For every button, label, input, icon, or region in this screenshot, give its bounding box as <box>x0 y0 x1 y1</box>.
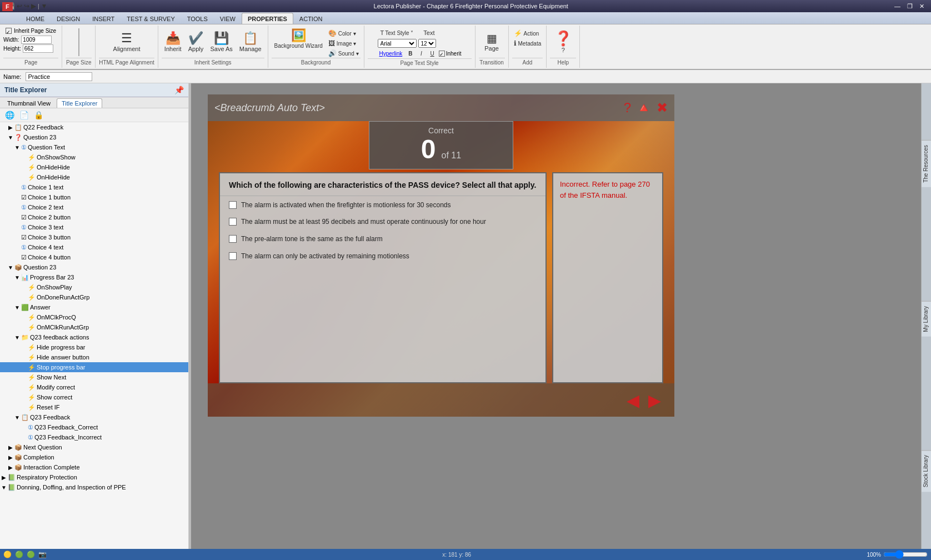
inherit-btn[interactable]: 📥 Inherit <box>162 31 184 54</box>
color-btn[interactable]: 🎨 Color ▾ <box>327 29 361 38</box>
tree-node-question-23b[interactable]: ▼📦Question 23 <box>0 262 188 272</box>
background-wizard-btn[interactable]: 🖼️ Background Wizard <box>272 28 326 51</box>
tree-node-on-hide-hide2[interactable]: ⚡OnHideHide <box>0 172 188 182</box>
tab-properties[interactable]: PROPERTIES <box>242 13 293 24</box>
slide-canvas: <Breadcrumb Auto Text> ? 🔺 ✖ Correct 0 o… <box>208 94 674 417</box>
metadata-btn[interactable]: ℹ Metadata <box>512 39 543 48</box>
hyperlink-btn[interactable]: Hyperlink <box>378 50 404 57</box>
tree-node-choice-4-button[interactable]: ☑Choice 4 button <box>0 252 188 262</box>
file-btn[interactable]: F <box>2 2 13 11</box>
redo-btn[interactable]: ↪ <box>24 2 29 10</box>
page-transition-btn[interactable]: ▦ Page <box>481 31 502 53</box>
tree-node-reset-if[interactable]: ⚡Reset IF <box>0 402 188 412</box>
italic-btn[interactable]: I <box>417 49 426 58</box>
exp-tool-3[interactable]: 🔒 <box>32 110 45 120</box>
choice-checkbox-2[interactable] <box>229 218 237 226</box>
apply-btn[interactable]: ✔️ Apply <box>185 31 206 54</box>
tree-node-question-text[interactable]: ▼①Question Text <box>0 142 188 152</box>
minimize-btn[interactable]: — <box>892 3 903 10</box>
window-controls[interactable]: — ❐ ✕ <box>892 3 927 10</box>
tree-node-progress-bar-23[interactable]: ▼📊Progress Bar 23 <box>0 272 188 282</box>
tree-node-q22-feedback[interactable]: ▶📋Q22 Feedback <box>0 122 188 132</box>
help-btn[interactable]: ❓ ? <box>552 29 575 55</box>
stock-library-tab[interactable]: Stock Library <box>922 450 932 492</box>
title-explorer-tab[interactable]: Title Explorer <box>57 98 102 108</box>
tree-node-choice-2-button[interactable]: ☑Choice 2 button <box>0 212 188 222</box>
tree-node-interaction-complete[interactable]: ▶📦Interaction Complete <box>0 462 188 472</box>
tree-node-q23-feedback-correct[interactable]: ①Q23 Feedback_Correct <box>0 422 188 432</box>
name-input[interactable] <box>26 72 92 81</box>
maximize-btn[interactable]: ❐ <box>905 3 915 10</box>
next-nav-btn[interactable]: ▶ <box>648 391 661 410</box>
text-style-btn[interactable]: T Text Style ˅ <box>378 28 417 38</box>
tree-node-q23-feedback-actions[interactable]: ▼📁Q23 feedback actions <box>0 332 188 342</box>
tree-node-modify-correct[interactable]: ⚡Modify correct <box>0 382 188 392</box>
run-btn[interactable]: ▶ <box>31 2 36 10</box>
help-icon[interactable]: ? <box>624 100 631 116</box>
action-btn[interactable]: ⚡ Action <box>512 29 541 38</box>
save-as-btn[interactable]: 💾 Save As <box>207 31 235 54</box>
tree-node-hide-progress-bar[interactable]: ⚡Hide progress bar <box>0 342 188 352</box>
menu-btn[interactable]: ▼ <box>41 2 48 10</box>
tree-node-on-mclk-run-act-grp[interactable]: ⚡OnMClkRunActGrp <box>0 322 188 332</box>
tree-node-on-done-run-act-grp[interactable]: ⚡OnDoneRunActGrp <box>0 292 188 302</box>
tab-action[interactable]: ACTION <box>293 13 329 24</box>
alignment-btn[interactable]: ☰ Alignment <box>111 31 143 54</box>
exp-tool-2[interactable]: 📄 <box>18 110 31 120</box>
width-input[interactable] <box>21 36 52 44</box>
close-slide-icon[interactable]: ✖ <box>657 100 668 116</box>
tree-node-on-show-show[interactable]: ⚡OnShowShow <box>0 152 188 162</box>
choice-checkbox-3[interactable] <box>229 235 237 243</box>
tree-node-next-question[interactable]: ▶📦Next Question <box>0 442 188 452</box>
resources-tab[interactable]: The Resources <box>922 140 932 187</box>
inherit-page-size-checkbox[interactable] <box>6 28 12 34</box>
tree-node-choice-3-text[interactable]: ①Choice 3 text <box>0 222 188 232</box>
tab-home[interactable]: HOME <box>20 13 51 24</box>
tree-node-choice-4-text[interactable]: ①Choice 4 text <box>0 242 188 252</box>
choice-checkbox-4[interactable] <box>229 252 237 260</box>
sound-btn[interactable]: 🔊 Sound ▾ <box>327 49 361 58</box>
undo-btn[interactable]: ↩ <box>17 2 22 10</box>
font-size-select[interactable]: 12 <box>418 39 436 48</box>
explorer-pin[interactable]: 📌 <box>174 86 184 94</box>
bold-btn[interactable]: B <box>406 49 415 58</box>
exp-tool-1[interactable]: 🌐 <box>3 110 16 120</box>
tree-node-choice-2-text[interactable]: ①Choice 2 text <box>0 202 188 212</box>
font-select[interactable]: Arial <box>378 39 417 48</box>
tree-container[interactable]: ▶📋Q22 Feedback▼❓Question 23▼①Question Te… <box>0 122 188 549</box>
manage-btn[interactable]: 📋 Manage <box>237 31 264 54</box>
close-btn[interactable]: ✕ <box>917 3 927 10</box>
tree-node-on-hide-hide[interactable]: ⚡OnHideHide <box>0 162 188 172</box>
underline-btn[interactable]: U <box>427 49 437 58</box>
tree-node-show-correct[interactable]: ⚡Show correct <box>0 392 188 402</box>
tree-node-question-23[interactable]: ▼❓Question 23 <box>0 132 188 142</box>
my-library-tab[interactable]: My Library <box>922 301 932 337</box>
zoom-slider[interactable] <box>883 551 928 558</box>
tree-node-on-mclk-proc-q[interactable]: ⚡OnMClkProcQ <box>0 312 188 322</box>
tab-tools[interactable]: TOOLS <box>181 13 214 24</box>
thumbnail-view-tab[interactable]: Thumbnail View <box>2 98 56 108</box>
prev-nav-btn[interactable]: ◀ <box>627 391 639 410</box>
tree-node-stop-progress-bar[interactable]: ⚡Stop progress bar <box>0 362 188 372</box>
tree-node-donning-doffing[interactable]: ▼📗Donning, Doffing, and Inspection of PP… <box>0 482 188 492</box>
tree-node-choice-1-text[interactable]: ①Choice 1 text <box>0 182 188 192</box>
tree-node-completion[interactable]: ▶📦Completion <box>0 452 188 462</box>
text-btn[interactable]: Text <box>418 28 439 38</box>
tab-view[interactable]: VIEW <box>214 13 242 24</box>
tree-node-show-next[interactable]: ⚡Show Next <box>0 372 188 382</box>
tab-design[interactable]: DESIGN <box>51 13 86 24</box>
tree-node-q23-feedback-incorrect[interactable]: ①Q23 Feedback_Incorrect <box>0 432 188 442</box>
tree-node-answer[interactable]: ▼🟩Answer <box>0 302 188 312</box>
home-icon[interactable]: 🔺 <box>635 100 652 116</box>
tree-node-hide-answer-button[interactable]: ⚡Hide answer button <box>0 352 188 362</box>
tree-node-choice-3-button[interactable]: ☑Choice 3 button <box>0 232 188 242</box>
choice-checkbox-1[interactable] <box>229 201 237 209</box>
tree-node-on-show-play[interactable]: ⚡OnShowPlay <box>0 282 188 292</box>
tab-insert[interactable]: INSERT <box>86 13 121 24</box>
image-btn[interactable]: 🖼 Image ▾ <box>327 39 361 48</box>
tree-node-q23-feedback[interactable]: ▼📋Q23 Feedback <box>0 412 188 422</box>
height-input[interactable] <box>23 44 53 53</box>
tab-test-survey[interactable]: TEST & SURVEY <box>121 13 181 24</box>
tree-node-choice-1-button[interactable]: ☑Choice 1 button <box>0 192 188 202</box>
tree-node-respiratory-protection[interactable]: ▶📗Respiratory Protection <box>0 472 188 482</box>
